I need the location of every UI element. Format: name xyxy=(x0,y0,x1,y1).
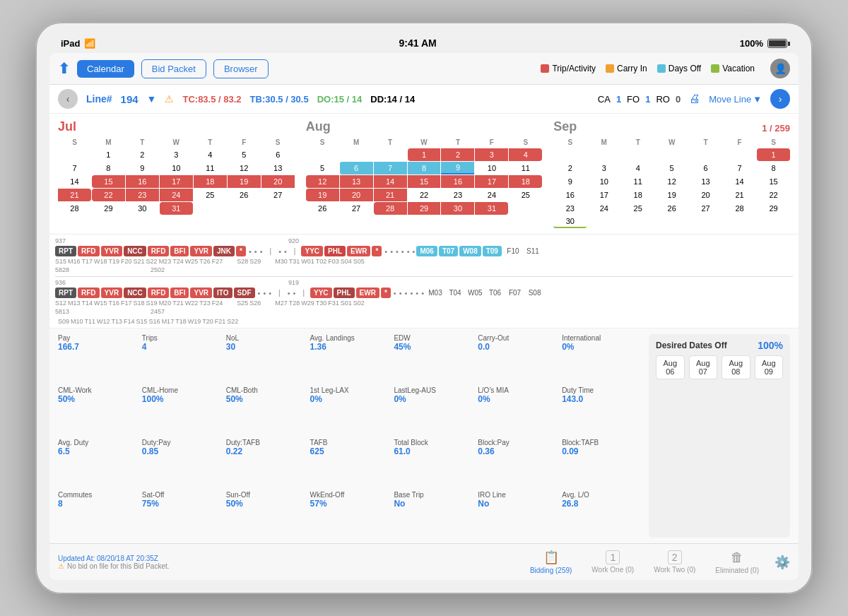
stat-duty-tafb: Duty:TAFB 0.22 xyxy=(226,439,307,485)
update-info: Updated At: 08/20/18 AT 20:35Z xyxy=(58,555,170,562)
stat-tafb: TAFB 625 xyxy=(310,439,391,485)
top-nav: ⬆ Calendar Bid Packet Browser Trip/Activ… xyxy=(49,53,799,85)
stat-block-tafb: Block:TAFB 0.09 xyxy=(562,439,643,485)
stat-los-mia: L/O's MIA 0% xyxy=(478,386,559,433)
trip-937-number: 937 xyxy=(55,237,66,244)
bidding-icon: 📋 xyxy=(543,550,559,565)
tab-work-one[interactable]: 1 Work One (0) xyxy=(587,549,638,575)
tab-bid-packet[interactable]: Bid Packet xyxy=(141,59,206,78)
stat-block-pay: Block:Pay 0.36 xyxy=(478,439,559,485)
trip-row-1-container: 937 920 RPT RFD YVR NCC RFD BFI YVR JNK … xyxy=(55,237,793,256)
dark4-tag2: SDF xyxy=(234,288,255,298)
bidding-label: Bidding (259) xyxy=(530,567,572,574)
move-line-label: Move Line xyxy=(709,94,751,105)
app-logo: ⬆ xyxy=(58,60,70,77)
profile-icon[interactable]: 👤 xyxy=(770,59,790,78)
fo-value: 1 xyxy=(645,94,650,105)
t09-tag: T09 xyxy=(483,246,502,256)
legend-trip-label: Trip/Activity xyxy=(552,64,596,73)
tab-eliminated[interactable]: 🗑 Eliminated (0) xyxy=(711,549,763,576)
legend-vacation-dot xyxy=(711,64,719,73)
desired-date-aug09[interactable]: Aug 09 xyxy=(755,355,784,379)
phl-tag2: PHL xyxy=(334,288,355,298)
desired-dates-header: Desired Dates Off 100% xyxy=(656,340,783,351)
august-calendar: Aug S M T W T F S 1 2 3 4 xyxy=(306,119,543,228)
wifi-icon: 📶 xyxy=(84,38,95,49)
ewr-star1: * xyxy=(372,246,382,256)
rfd-tag2: RFD xyxy=(148,288,170,298)
work-one-label: Work One (0) xyxy=(591,566,634,574)
legend-carry-label: Carry In xyxy=(617,64,647,73)
fo-label: FO xyxy=(627,94,640,105)
next-line-button[interactable]: › xyxy=(770,89,790,109)
yvr2-tag1: YVR xyxy=(190,246,212,256)
dark3-tag2: ITO xyxy=(213,288,232,298)
prev-line-button[interactable]: ‹ xyxy=(58,89,78,109)
stat-pay: Pay 166.7 xyxy=(58,334,139,381)
move-line-button[interactable]: Move Line ▼ xyxy=(709,94,762,105)
stat-sat-off: Sat-Off 75% xyxy=(142,491,223,538)
bottom-bar: Updated At: 08/20/18 AT 20:35Z ⚠ No bid … xyxy=(49,543,799,580)
tab-bidding[interactable]: 📋 Bidding (259) xyxy=(526,548,576,576)
august-grid: S M T W T F S 1 2 3 4 5 6 xyxy=(306,137,543,215)
w08-tag: W08 xyxy=(459,246,481,256)
status-left: iPad 📶 xyxy=(61,38,95,49)
stat-duty-time: Duty Time 143.0 xyxy=(562,386,643,433)
july-grid: S M T W T F S 1 2 3 4 5 6 7 xyxy=(58,137,295,215)
trip-row-2-num: 5813 2457 xyxy=(55,308,793,315)
line-dropdown-icon[interactable]: ▼ xyxy=(147,93,157,105)
trips-section: 937 920 RPT RFD YVR NCC RFD BFI YVR JNK … xyxy=(49,235,799,328)
phl-tag1: PHL xyxy=(324,246,346,256)
device-name: iPad xyxy=(61,38,80,49)
stat-avg-landings: Avg. Landings 1.36 xyxy=(310,334,391,381)
desired-dates-panel: Desired Dates Off 100% Aug 06 Aug 07 Aug… xyxy=(649,334,790,538)
bfi-tag1: BFI xyxy=(170,246,189,256)
tab-work-two[interactable]: 2 Work Two (0) xyxy=(649,549,700,575)
settings-button[interactable]: ⚙️ xyxy=(775,555,790,570)
desired-date-aug06[interactable]: Aug 06 xyxy=(656,355,685,379)
trip-936-number: 936 xyxy=(55,279,66,286)
status-bar: iPad 📶 9:41 AM 100% xyxy=(49,36,799,53)
ro-value: 0 xyxy=(676,94,681,105)
print-icon[interactable]: 🖨 xyxy=(689,93,700,105)
stat-cml-home: CML-Home 100% xyxy=(142,386,223,433)
desired-dates-buttons[interactable]: Aug 06 Aug 07 Aug 08 Aug 09 xyxy=(656,355,783,379)
ca-fo-ro: CA 1 FO 1 RO 0 xyxy=(598,94,681,105)
stat-last-leg-aus: LastLeg-AUS 0% xyxy=(394,386,475,433)
september-header: Sep xyxy=(553,119,577,134)
ro-label: RO xyxy=(656,94,670,105)
ca-label: CA xyxy=(598,94,611,105)
stat-commutes: Commutes 8 xyxy=(58,491,139,538)
stat-wkend-off: WkEnd-Off 57% xyxy=(310,491,391,538)
stat-edw: EDW 45% xyxy=(394,334,475,381)
bfi-tag2: BFI xyxy=(170,288,189,298)
desired-date-aug08[interactable]: Aug 08 xyxy=(722,355,750,379)
tab-browser[interactable]: Browser xyxy=(213,59,269,78)
legend-trip-dot xyxy=(541,64,549,73)
warning-text: No bid on file for this Bid Packet. xyxy=(67,562,170,570)
desired-dates-title: Desired Dates Off xyxy=(656,340,727,350)
stat-trips: Trips 4 xyxy=(142,334,223,381)
do-stat: DO:15 / 14 xyxy=(317,94,363,105)
legend-vacation-label: Vacation xyxy=(722,64,755,73)
legend-daysoff: Days Off xyxy=(657,64,701,73)
dd-stat: DD:14 / 14 xyxy=(370,94,415,105)
line-number: 194 xyxy=(121,93,139,105)
july-header: Jul xyxy=(58,119,295,134)
yyc-tag1: YYC xyxy=(301,246,323,256)
ewr-tag2: EWR xyxy=(356,288,379,298)
stat-carry-out: Carry-Out 0.0 xyxy=(478,334,559,381)
stat-avg-duty: Avg. Duty 6.5 xyxy=(58,439,139,485)
line-label: Line# xyxy=(86,93,112,105)
stats-section: Pay 166.7 Trips 4 NoL 30 Avg. Landings 1… xyxy=(49,328,799,543)
tab-calendar[interactable]: Calendar xyxy=(77,60,134,78)
september-header-row: Sep 1 / 259 xyxy=(553,119,790,137)
trip-row-1: RPT RFD YVR NCC RFD BFI YVR JNK * • • • … xyxy=(55,246,793,256)
battery-icon xyxy=(767,39,787,48)
legend-carry: Carry In xyxy=(606,64,647,73)
warning-message: ⚠ No bid on file for this Bid Packet. xyxy=(58,562,170,570)
gear-icon: ⚙️ xyxy=(775,555,790,569)
trip-row-1-labels: S15M16T17W18T19F20S21S22M23T24W25T26F27S… xyxy=(55,258,793,265)
stat-total-block: Total Block 61.0 xyxy=(394,439,475,485)
desired-date-aug07[interactable]: Aug 07 xyxy=(689,355,718,379)
